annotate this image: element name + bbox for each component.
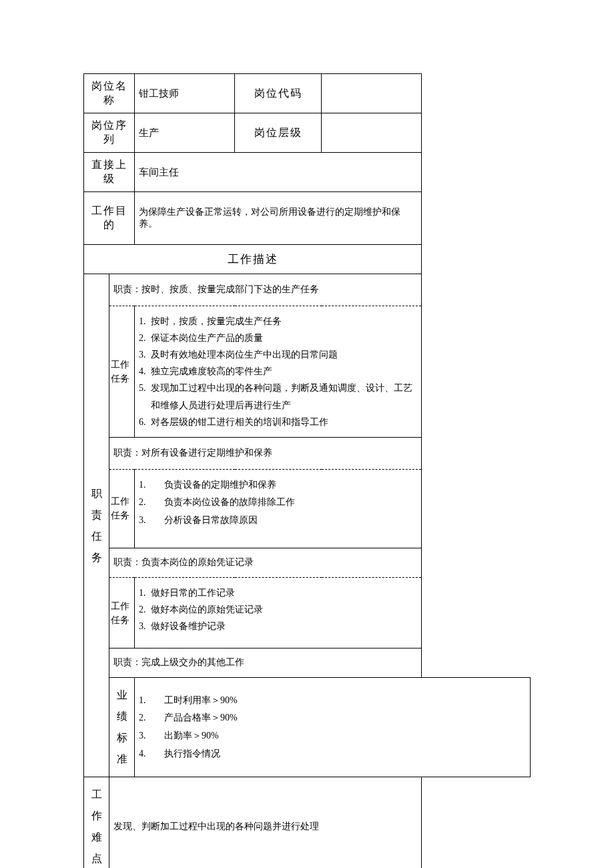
duty-title-2: 职责：对所有设备进行定期维护和保养 xyxy=(109,437,422,469)
direct-supervisor-value: 车间主任 xyxy=(135,153,422,192)
position-level-label: 岗位层级 xyxy=(235,113,322,153)
duty-title-1: 职责：按时、按质、按量完成部门下达的生产任务 xyxy=(109,274,422,306)
difficulty-content: 发现、判断加工过程中出现的各种问题并进行处理 xyxy=(109,777,422,868)
position-series-value: 生产 xyxy=(135,113,235,153)
position-name-value: 钳工技师 xyxy=(135,74,235,113)
position-code-label: 岗位代码 xyxy=(235,74,322,113)
row-section-header: 工作描述 xyxy=(84,245,531,274)
section-title: 工作描述 xyxy=(84,245,422,274)
performance-label: 业绩标准 xyxy=(109,678,135,777)
duty-tasks-1: 1.按时，按质，按量完成生产任务 2.保证本岗位生产产品的质量 3.及时有效地处… xyxy=(135,306,422,437)
position-series-label: 岗位序列 xyxy=(84,113,135,153)
row-direct-supervisor: 直接上级 车间主任 xyxy=(84,153,531,192)
duty-tasks-2: 1.负责设备的定期维护和保养 2.负责本岗位设备的故障排除工作 3.分析设备日常… xyxy=(135,469,422,548)
row-performance: 业绩标准 1.工时利用率＞90% 2.产品合格率＞90% 3.出勤率＞90% 4… xyxy=(84,678,531,777)
row-difficulty: 工作难点 发现、判断加工过程中出现的各种问题并进行处理 xyxy=(84,777,531,868)
position-name-label: 岗位名称 xyxy=(84,74,135,113)
duty-tasks-3: 1.做好日常的工作记录 2.做好本岗位的原始凭证记录 3.做好设备维护记录 xyxy=(135,577,422,648)
difficulty-label: 工作难点 xyxy=(84,777,109,868)
task-label-2: 工作任务 xyxy=(109,469,135,548)
duties-label: 职责任务 xyxy=(84,274,109,777)
task-label-3: 工作任务 xyxy=(109,577,135,648)
row-position-series: 岗位序列 生产 岗位层级 xyxy=(84,113,531,153)
work-purpose-label: 工作目的 xyxy=(84,192,135,245)
position-level-value xyxy=(322,113,422,153)
row-position-name: 岗位名称 钳工技师 岗位代码 xyxy=(84,74,531,113)
duty-title-3: 职责：负责本岗位的原始凭证记录 xyxy=(109,548,422,578)
job-description-table: 岗位名称 钳工技师 岗位代码 岗位序列 生产 岗位层级 直接上级 车间主任 工作… xyxy=(83,73,531,868)
position-code-value xyxy=(322,74,422,113)
direct-supervisor-label: 直接上级 xyxy=(84,153,135,192)
duty-title-4: 职责：完成上级交办的其他工作 xyxy=(109,648,422,678)
performance-content: 1.工时利用率＞90% 2.产品合格率＞90% 3.出勤率＞90% 4.执行指令… xyxy=(135,678,531,777)
task-label-1: 工作任务 xyxy=(109,306,135,437)
row-work-purpose: 工作目的 为保障生产设备正常运转，对公司所用设备进行的定期维护和保养。 xyxy=(84,192,531,245)
work-purpose-value: 为保障生产设备正常运转，对公司所用设备进行的定期维护和保养。 xyxy=(135,192,422,245)
